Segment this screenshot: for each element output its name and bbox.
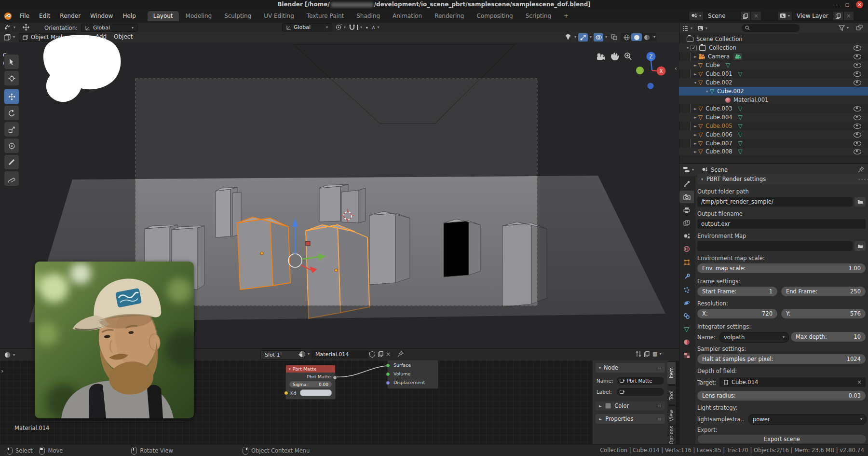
filter-funnel-dropdown[interactable]: ▾ [839,25,849,31]
eye-icon[interactable] [854,71,861,77]
eye-icon[interactable] [854,80,861,85]
panel-menu-icon[interactable]: ≡ [657,416,662,422]
resolution-x-field[interactable]: X:720 [697,309,777,318]
view-layer-name-field[interactable]: View Layer [792,11,833,21]
tab-shading[interactable]: Shading [351,11,386,21]
pivot-point-dropdown[interactable]: ▾ [335,24,346,30]
material-name-field[interactable]: Material.014 [312,350,368,359]
mesh-data-icon[interactable]: ▽ [738,140,743,146]
color-section-header[interactable]: ► Color ≡ [596,401,665,410]
light-strategy-dropdown[interactable]: power ▾ [748,414,867,425]
list-icon[interactable]: ≡ [657,403,662,409]
active-tool-dropdown[interactable]: ▾ [4,24,15,30]
collection-checkbox[interactable]: ✓ [691,45,697,51]
outliner-row-cube-007[interactable]: ► ▽ Cube.007 ▽ [679,139,868,148]
outliner-row-scene-collection[interactable]: Scene Collection [679,35,868,43]
eye-icon[interactable] [854,141,861,146]
eye-icon[interactable] [854,54,861,59]
unlink-material-button[interactable]: × [386,351,391,358]
mesh-data-icon[interactable]: ▽ [726,62,730,68]
orientation-dropdown[interactable]: Global ▾ [81,24,138,32]
properties-tab-render[interactable] [679,191,694,203]
proportional-falloff-dropdown[interactable]: ∧ ▾ [372,24,380,30]
clear-target-icon[interactable]: × [857,379,862,386]
kd-input-socket[interactable] [284,391,288,395]
editor-type-dropdown[interactable]: ▾ [4,352,15,358]
menu-edit[interactable]: Edit [34,13,55,19]
tool-annotate-button[interactable] [4,154,19,170]
blender-logo-icon[interactable] [4,12,12,20]
properties-tab-data[interactable]: ▽ [679,323,694,335]
view-layer-browse-button[interactable]: ▾ [777,11,792,21]
fake-user-button[interactable] [369,351,375,358]
menu-help[interactable]: Help [118,13,140,19]
copy-node-tree-icon[interactable] [644,351,650,357]
export-scene-button[interactable]: Export scene [697,434,867,444]
surface-input-socket[interactable] [386,363,390,368]
panel-menu-icon[interactable]: ≡ [657,365,662,371]
outliner-row-cube-005[interactable]: ► ▽ Cube.005 ▽ [679,122,868,130]
scene-browse-button[interactable]: ▾ [689,11,704,21]
region-collapse-icon[interactable]: ‹ [675,65,677,72]
snap-grid-dropdown[interactable]: ▦ ▾ [652,351,661,357]
integrator-name-dropdown[interactable]: volpath ▾ [719,332,789,343]
sidebar-tab-item[interactable]: Item [667,362,676,384]
properties-tab-physics[interactable] [679,297,694,309]
menu-object[interactable]: Object [114,33,133,40]
tab-scripting[interactable]: Scripting [520,11,557,21]
tab-animation[interactable]: Animation [387,11,428,21]
tab-modeling[interactable]: Modeling [180,11,218,21]
env-scale-slider[interactable]: Env. map scale:1.00 [697,263,866,273]
output-socket[interactable] [333,375,337,380]
eye-icon[interactable] [854,45,861,51]
shading-material-button[interactable] [642,34,651,41]
properties-tab-texture[interactable] [679,349,694,361]
outliner-row-material-001[interactable]: Material.001 [679,96,868,104]
close-button[interactable]: × [856,1,863,8]
properties-editor-type-dropdown[interactable]: ▾ [682,166,694,173]
properties-tab-view-layer[interactable] [679,217,694,229]
tab-layout[interactable]: Layout [148,11,179,21]
editor-type-dropdown[interactable]: ▾ [4,34,15,41]
slot-dropdown[interactable]: Slot 1 ▾ [260,350,305,359]
properties-tab-tool[interactable] [679,178,694,190]
outliner-row-cube-003[interactable]: ► ▽ Cube.003 ▽ [679,104,868,113]
filter-display-dropdown[interactable]: ▾ [697,26,707,31]
properties-tab-world[interactable] [679,243,694,255]
tab-rendering[interactable]: Rendering [429,11,470,21]
pbrt-panel-header[interactable]: ▾ PBRT Render settings ∙∙∙∙ [697,174,868,184]
selectability-filter-dropdown[interactable]: ▾ [565,34,576,41]
mode-dropdown[interactable]: Object Mode ▾ [19,33,76,42]
eye-icon[interactable] [854,106,861,111]
overlays-toggle[interactable] [594,33,603,41]
outliner-row-collection[interactable]: ▾ ✓ Collection [679,43,868,52]
camera-data-badge[interactable] [733,53,742,60]
mesh-data-icon[interactable]: ▽ [738,123,743,129]
end-frame-field[interactable]: End Frame:250 [781,287,866,296]
tool-select-box-button[interactable] [4,54,19,69]
tool-transform-button[interactable] [4,138,19,153]
region-expand-icon[interactable]: › [1,367,3,374]
outliner-row-cube-006[interactable]: ► ▽ Cube.006 ▽ [679,130,868,139]
outliner-row-camera[interactable]: ► Camera [679,52,868,61]
folder-browse-button[interactable] [854,197,866,207]
outliner-row-cube-008[interactable]: ► ▽ Cube.008 ▽ [679,148,868,155]
sigma-slider[interactable]: Sigma: 0.00 [289,381,332,387]
menu-file[interactable]: File [15,13,34,19]
outliner-row-cube[interactable]: ► ▽ Cube ▽ [679,61,868,69]
properties-tab-scene[interactable] [679,230,694,242]
eye-icon[interactable] [854,149,861,154]
folder-browse-button[interactable] [854,241,866,251]
tool-measure-button[interactable] [4,171,19,186]
outliner-row-cube-002-data[interactable]: ▾ ▽ Cube.002 [679,87,868,96]
properties-tab-particles[interactable] [679,284,694,296]
lens-radius-slider[interactable]: Lens radius:0.03 [697,391,866,401]
output-folder-field[interactable]: /tmp/pbrt_render_sample/ [697,197,853,207]
tool-scale-button[interactable] [4,122,19,137]
dof-target-field[interactable]: Cube.014 × [719,377,866,387]
gizmos-toggle[interactable] [578,33,588,41]
tab-sculpting[interactable]: Sculpting [218,11,257,21]
tool-move-button[interactable] [4,89,19,104]
halt-samples-slider[interactable]: Halt at samples per pixel:1024 [697,354,866,364]
tab-compositing[interactable]: Compositing [471,11,518,21]
